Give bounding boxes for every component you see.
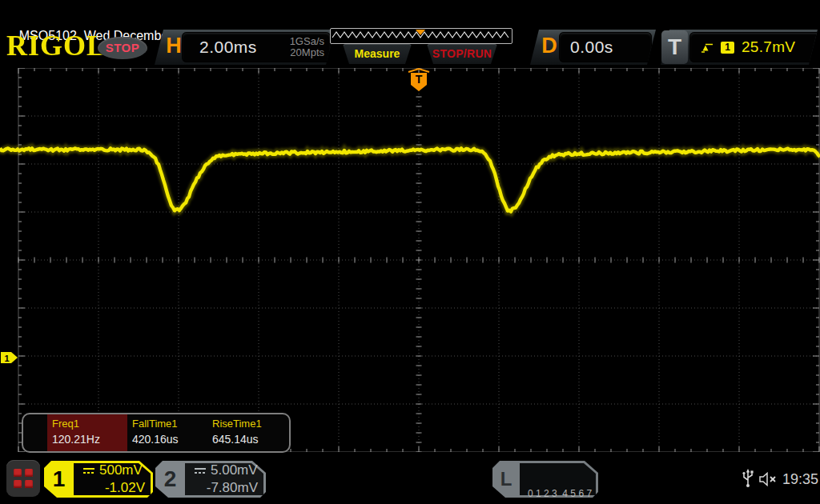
rigol-logo: RIGOL bbox=[6, 29, 107, 63]
channel1-ground-marker[interactable]: 1 bbox=[1, 352, 18, 363]
measurement-falltime1[interactable]: FallTime1 420.16us bbox=[127, 414, 207, 451]
measurements-spacer bbox=[23, 414, 47, 451]
dc-coupling-icon bbox=[194, 466, 207, 475]
delay-label: D bbox=[539, 34, 560, 58]
channel1-waveform bbox=[0, 148, 820, 211]
channel2-offset: -7.80mV bbox=[207, 480, 258, 496]
measurement-label: Freq1 bbox=[47, 418, 127, 430]
measurement-value: 645.14us bbox=[207, 430, 287, 446]
channel2-scale: 5.00mV bbox=[211, 462, 258, 478]
horizontal-settings-group[interactable]: H 2.00ms 1GSa/s 20Mpts bbox=[155, 30, 335, 65]
channel1-tab[interactable]: 1 bbox=[44, 461, 74, 498]
timebase-box[interactable]: 2.00ms 1GSa/s 20Mpts bbox=[182, 32, 331, 62]
trigger-label: T bbox=[661, 30, 688, 64]
acquisition-info: 1GSa/s 20Mpts bbox=[290, 36, 331, 58]
measurement-value: 120.21Hz bbox=[47, 430, 127, 446]
channel2-box[interactable]: 2 5.00mV -7.80mV bbox=[155, 461, 266, 498]
channel1-box[interactable]: 1 500mV -1.02V bbox=[44, 461, 153, 498]
clock: 19:35 bbox=[782, 471, 818, 488]
run-state-badge: STOP bbox=[98, 37, 147, 59]
channel2-tab[interactable]: 2 bbox=[155, 461, 185, 498]
svg-text:1: 1 bbox=[4, 354, 9, 363]
measurements-panel[interactable]: Freq1 120.21Hz FallTime1 420.16us RiseTi… bbox=[22, 413, 291, 453]
trigger-sweep-mode: A bbox=[817, 39, 820, 55]
measurement-label: FallTime1 bbox=[127, 418, 207, 430]
trigger-level-value: 25.7mV bbox=[742, 38, 795, 56]
speaker-muted-icon bbox=[759, 472, 780, 486]
measure-button[interactable]: Measure bbox=[343, 44, 412, 64]
measurement-risetime1[interactable]: RiseTime1 645.14us bbox=[207, 414, 287, 451]
graticule-display: T1 bbox=[0, 68, 820, 452]
waveform-overview-strip[interactable] bbox=[330, 28, 512, 44]
trigger-position-marker[interactable]: T bbox=[408, 69, 429, 91]
trigger-box[interactable]: 1 25.7mV A bbox=[689, 32, 820, 62]
memory-depth: 20Mpts bbox=[290, 47, 324, 58]
delay-settings-group[interactable]: D 0.00s bbox=[530, 30, 656, 65]
waveform-overview-icon bbox=[331, 29, 510, 42]
channel1-scale: 500mV bbox=[99, 462, 143, 478]
logic-tab[interactable]: L bbox=[492, 461, 520, 498]
logic-channels-box[interactable]: L 0 1 2 3 4 5 6 7 8 9 1011 12131415 bbox=[492, 461, 598, 498]
channel1-waveform-glow bbox=[0, 148, 820, 211]
dc-coupling-icon bbox=[82, 466, 95, 475]
channel1-offset: -1.02V bbox=[105, 480, 145, 496]
measurement-label: RiseTime1 bbox=[207, 418, 287, 430]
measurement-value: 420.16us bbox=[127, 430, 207, 446]
sample-rate: 1GSa/s bbox=[290, 36, 324, 47]
logic-row-0-7: 0 1 2 3 4 5 6 7 bbox=[528, 488, 610, 500]
measurement-freq1[interactable]: Freq1 120.21Hz bbox=[47, 414, 127, 451]
menu-button[interactable] bbox=[6, 460, 40, 497]
timebase-value: 2.00ms bbox=[182, 38, 257, 57]
menu-grid-icon bbox=[14, 469, 33, 488]
trigger-source-badge: 1 bbox=[721, 42, 734, 54]
oscilloscope-screen: MSO5102 Wed December 17 19:35:49 2025 RI… bbox=[0, 0, 820, 504]
titlebar: MSO5102 Wed December 17 19:35:49 2025 bbox=[0, 0, 820, 24]
usb-icon bbox=[742, 469, 754, 488]
trigger-slope-icon bbox=[701, 42, 713, 54]
stop-run-button[interactable]: STOP/RUN bbox=[427, 44, 497, 64]
delay-value: 0.00s bbox=[559, 38, 613, 57]
svg-text:T: T bbox=[416, 73, 423, 86]
delay-box[interactable]: 0.00s bbox=[559, 32, 652, 62]
